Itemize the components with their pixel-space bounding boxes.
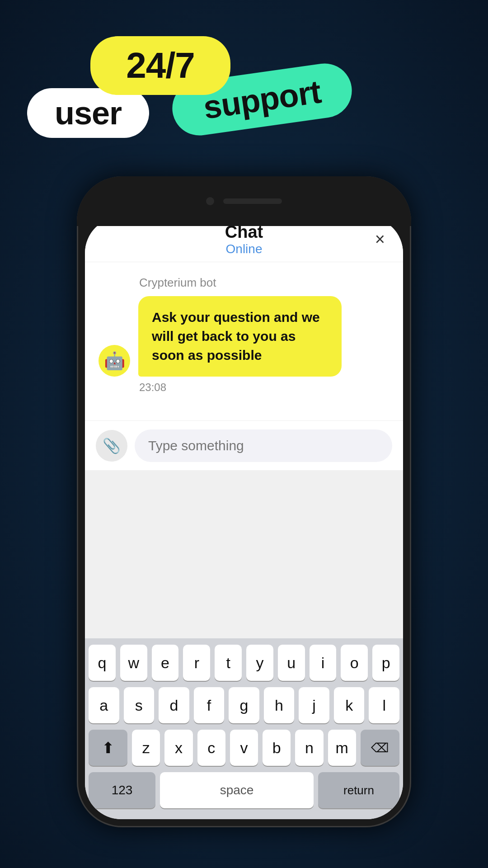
key-u[interactable]: u <box>278 645 305 681</box>
key-m[interactable]: m <box>328 730 356 766</box>
key-t[interactable]: t <box>215 645 242 681</box>
message-text: Ask your question and we will get back t… <box>152 310 320 363</box>
phone-frame: Chat Online × Crypterium bot 🤖 Ask your … <box>77 176 411 827</box>
key-r[interactable]: r <box>183 645 210 681</box>
key-y[interactable]: y <box>246 645 273 681</box>
tag-247: 24/7 <box>90 36 230 95</box>
phone-camera <box>206 197 214 205</box>
message-bubble: Ask your question and we will get back t… <box>138 296 342 377</box>
keyboard-row-1: q w e r t y u i o p <box>89 645 399 681</box>
chat-messages: Crypterium bot 🤖 Ask your question and w… <box>85 262 403 403</box>
chat-input-row: 📎 <box>85 420 403 470</box>
delete-key[interactable]: ⌫ <box>361 730 399 766</box>
keyboard: q w e r t y u i o p a s d f g <box>85 638 403 819</box>
tags-section: 24/7 support user <box>0 0 488 203</box>
keyboard-row-2: a s d f g h j k l <box>89 687 399 723</box>
key-k[interactable]: k <box>334 687 365 723</box>
key-p[interactable]: p <box>372 645 399 681</box>
key-j[interactable]: j <box>299 687 329 723</box>
shift-icon: ⬆ <box>102 739 114 757</box>
chat-status: Online <box>226 242 263 256</box>
key-g[interactable]: g <box>229 687 259 723</box>
key-f[interactable]: f <box>194 687 225 723</box>
key-x[interactable]: x <box>164 730 192 766</box>
key-q[interactable]: q <box>89 645 116 681</box>
key-z[interactable]: z <box>132 730 160 766</box>
phone-top-bar <box>77 176 411 226</box>
phone-body: Chat Online × Crypterium bot 🤖 Ask your … <box>77 176 411 827</box>
key-e[interactable]: e <box>152 645 179 681</box>
key-d[interactable]: d <box>159 687 189 723</box>
chat-input[interactable] <box>135 429 392 462</box>
attach-icon: 📎 <box>103 437 121 454</box>
message-row: 🤖 Ask your question and we will get back… <box>99 296 389 377</box>
numbers-key[interactable]: 123 <box>89 772 155 808</box>
key-h[interactable]: h <box>264 687 295 723</box>
bot-avatar: 🤖 <box>99 345 130 377</box>
key-w[interactable]: w <box>120 645 147 681</box>
key-s[interactable]: s <box>124 687 155 723</box>
keyboard-row-4: 123 space return <box>89 772 399 808</box>
attach-button[interactable]: 📎 <box>96 430 127 462</box>
return-key[interactable]: return <box>318 772 399 808</box>
bot-label: Crypterium bot <box>139 276 389 290</box>
key-i[interactable]: i <box>310 645 337 681</box>
tag-user: user <box>27 88 149 138</box>
key-o[interactable]: o <box>341 645 368 681</box>
key-l[interactable]: l <box>369 687 399 723</box>
phone-screen: Chat Online × Crypterium bot 🤖 Ask your … <box>85 217 403 819</box>
shift-key[interactable]: ⬆ <box>89 730 127 766</box>
space-key[interactable]: space <box>160 772 314 808</box>
chat-area: Chat Online × Crypterium bot 🤖 Ask your … <box>85 217 403 470</box>
keyboard-row-3: ⬆ z x c v b n m ⌫ <box>89 730 399 766</box>
delete-icon: ⌫ <box>371 741 389 755</box>
key-c[interactable]: c <box>197 730 225 766</box>
key-a[interactable]: a <box>89 687 119 723</box>
key-n[interactable]: n <box>295 730 323 766</box>
close-button[interactable]: × <box>375 231 385 248</box>
key-b[interactable]: b <box>263 730 291 766</box>
phone-speaker <box>223 198 282 204</box>
message-time: 23:08 <box>139 381 389 394</box>
key-v[interactable]: v <box>230 730 258 766</box>
